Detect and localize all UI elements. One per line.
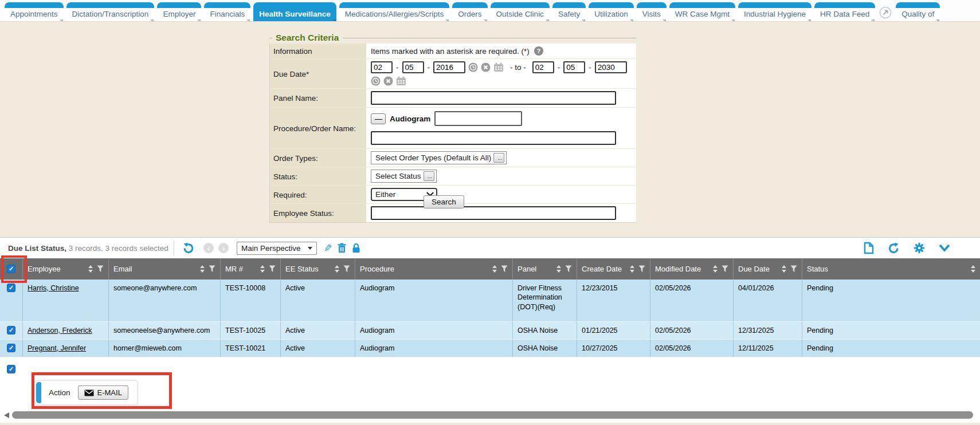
row-checkbox[interactable]	[7, 326, 15, 335]
employee-link[interactable]: Harris, Christine	[28, 284, 79, 292]
select-all-checkbox[interactable]	[7, 265, 15, 273]
remove-procedure-button[interactable]: —	[371, 113, 386, 124]
column-label: MR #	[225, 265, 243, 273]
tab-visits[interactable]: Visits	[637, 2, 667, 21]
sort-icon[interactable]	[492, 265, 497, 273]
tab-appointments[interactable]: Appointments	[5, 2, 64, 21]
due-date-row: Due Date* - - - to -	[270, 58, 636, 88]
order-types-picker[interactable]: Select Order Types (Default is All) ...	[371, 151, 507, 164]
tab-industrial-hygiene[interactable]: Industrial Hygiene	[738, 2, 812, 21]
employee-status-input[interactable]	[371, 206, 616, 220]
due-date-from-day-input[interactable]	[402, 61, 424, 73]
due-date-to-year-input[interactable]	[595, 61, 627, 73]
tab-label: Appointments	[5, 8, 64, 21]
column-header-mr[interactable]: MR #	[221, 258, 281, 280]
undo-icon[interactable]	[182, 242, 194, 254]
column-header-employee[interactable]: Employee	[23, 258, 109, 280]
column-header-status[interactable]: Status	[802, 258, 980, 280]
column-header-due-date[interactable]: Due Date	[734, 258, 802, 280]
column-header-email[interactable]: Email	[109, 258, 221, 280]
status-picker[interactable]: Select Status ...	[371, 170, 437, 183]
column-header-panel[interactable]: Panel	[513, 258, 577, 280]
tab-orders[interactable]: Orders	[452, 2, 487, 21]
procedure-order-name-row: Procedure/Order Name: — Audiogram	[270, 107, 636, 148]
filter-icon[interactable]	[269, 265, 276, 273]
sort-icon[interactable]	[782, 265, 786, 273]
previous-page-icon[interactable]: ‹	[203, 243, 214, 253]
employee-link[interactable]: Anderson, Frederick	[28, 326, 92, 335]
scrollbar-thumb[interactable]	[12, 411, 973, 419]
tab-strip	[157, 2, 201, 8]
tab-financials[interactable]: Financials	[204, 2, 250, 21]
edit-perspective-icon[interactable]: ✎	[324, 242, 332, 254]
header-checkbox-cell	[0, 258, 23, 280]
filter-icon[interactable]	[343, 265, 350, 273]
time-icon[interactable]	[468, 62, 478, 72]
row-checkbox[interactable]	[7, 284, 15, 292]
tab-strip	[339, 2, 450, 8]
new-document-icon[interactable]	[864, 242, 874, 254]
tab-label: Medications/Allergies/Scripts	[339, 8, 450, 21]
tab-utilization[interactable]: Utilization	[589, 2, 634, 21]
tab-employer[interactable]: Employer	[157, 2, 201, 21]
column-header-create-date[interactable]: Create Date	[577, 258, 650, 280]
next-page-icon[interactable]: ›	[218, 243, 229, 253]
tab-label: WR Case Mgmt	[669, 8, 735, 21]
email-button[interactable]: E-MAIL	[78, 385, 128, 400]
calendar-icon[interactable]	[493, 62, 504, 72]
filter-icon[interactable]	[501, 265, 508, 273]
lock-icon[interactable]	[352, 243, 360, 253]
tab-quality-of[interactable]: Quality of	[896, 2, 940, 21]
filter-icon[interactable]	[638, 265, 645, 273]
filter-icon[interactable]	[97, 265, 104, 273]
tab-dictation-transcription[interactable]: Dictation/Transcription	[66, 2, 155, 21]
sort-icon[interactable]	[556, 265, 561, 273]
gear-icon[interactable]	[914, 242, 925, 254]
sort-icon[interactable]	[260, 265, 265, 273]
clear-date-icon[interactable]	[383, 76, 393, 86]
row-checkbox[interactable]	[7, 344, 15, 352]
employee-link[interactable]: Pregnant, Jennifer	[28, 344, 86, 352]
scroll-left-icon[interactable]	[4, 412, 9, 418]
calendar-icon[interactable]	[396, 76, 406, 86]
sort-icon[interactable]	[630, 265, 634, 273]
sort-icon[interactable]	[200, 265, 205, 273]
procedure-quick-input[interactable]	[434, 111, 522, 126]
due-date-from-year-input[interactable]	[433, 61, 465, 73]
search-button[interactable]: Search	[424, 195, 464, 208]
sort-icon[interactable]	[971, 265, 975, 273]
column-header-ee-status[interactable]: EE Status	[281, 258, 355, 280]
tab-medications-allergies-scripts[interactable]: Medications/Allergies/Scripts	[339, 2, 450, 21]
help-icon[interactable]	[534, 46, 543, 56]
tab-wr-case-mgmt[interactable]: WR Case Mgmt	[669, 2, 735, 21]
sort-icon[interactable]	[713, 265, 718, 273]
status-browse-button[interactable]: ...	[424, 171, 434, 181]
tab-strip	[452, 2, 487, 8]
due-date-from-month-input[interactable]	[371, 61, 393, 73]
collapse-icon[interactable]	[939, 244, 950, 252]
sort-icon[interactable]	[88, 265, 93, 273]
tab-health-surveillance[interactable]: Health Surveillance	[253, 2, 336, 21]
delete-perspective-icon[interactable]	[338, 243, 346, 253]
tab-outside-clinic[interactable]: Outside Clinic	[491, 2, 550, 21]
perspective-select[interactable]: Main Perspective	[237, 242, 317, 255]
filter-icon[interactable]	[790, 265, 797, 273]
clear-date-icon[interactable]	[481, 62, 491, 72]
filter-icon[interactable]	[722, 265, 728, 273]
sort-icon[interactable]	[335, 265, 339, 273]
footer-checkbox[interactable]	[7, 365, 15, 373]
column-header-modified-date[interactable]: Modified Date	[650, 258, 734, 280]
due-date-to-day-input[interactable]	[563, 61, 585, 73]
external-link-circle-icon[interactable]	[879, 6, 892, 19]
time-icon[interactable]	[371, 76, 381, 86]
order-types-browse-button[interactable]: ...	[493, 153, 504, 163]
column-header-procedure[interactable]: Procedure	[355, 258, 513, 280]
filter-icon[interactable]	[209, 265, 215, 273]
refresh-icon[interactable]	[888, 242, 900, 254]
procedure-order-name-input[interactable]	[371, 131, 616, 145]
tab-safety[interactable]: Safety	[552, 2, 586, 21]
filter-icon[interactable]	[565, 265, 572, 273]
due-date-to-month-input[interactable]	[532, 61, 554, 73]
tab-hr-data-feed[interactable]: HR Data Feed	[814, 2, 875, 21]
panel-name-input[interactable]	[371, 91, 616, 105]
